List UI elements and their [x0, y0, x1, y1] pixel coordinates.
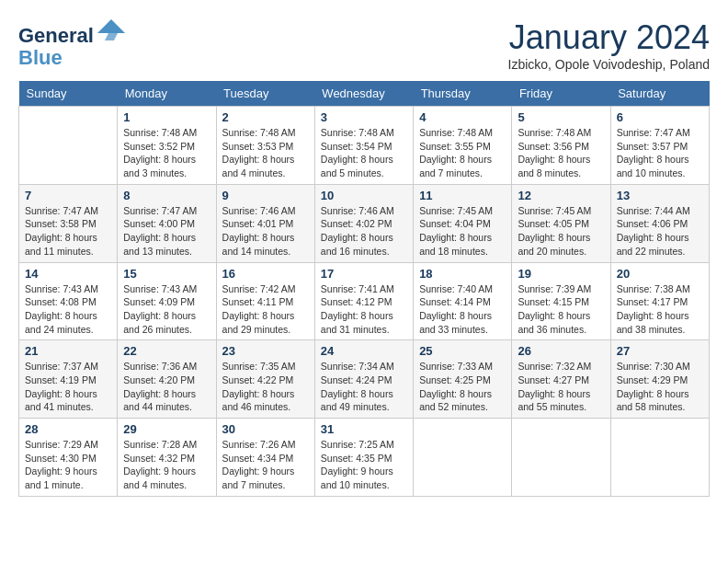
day-info: Sunrise: 7:47 AMSunset: 4:00 PMDaylight:…: [123, 204, 210, 259]
day-info: Sunrise: 7:43 AMSunset: 4:08 PMDaylight:…: [25, 282, 111, 337]
day-number: 28: [25, 422, 111, 436]
calendar-cell: 28Sunrise: 7:29 AMSunset: 4:30 PMDayligh…: [19, 419, 118, 497]
calendar-cell: 13Sunrise: 7:44 AMSunset: 4:06 PMDayligh…: [610, 184, 709, 262]
day-number: 10: [321, 189, 407, 202]
calendar-cell: 16Sunrise: 7:42 AMSunset: 4:11 PMDayligh…: [216, 262, 314, 340]
day-info: Sunrise: 7:45 AMSunset: 4:05 PMDaylight:…: [518, 204, 604, 259]
calendar-cell: [610, 419, 709, 497]
calendar-cell: 19Sunrise: 7:39 AMSunset: 4:15 PMDayligh…: [512, 262, 610, 340]
calendar-cell: 3Sunrise: 7:48 AMSunset: 3:54 PMDaylight…: [314, 107, 413, 185]
day-info: Sunrise: 7:39 AMSunset: 4:15 PMDaylight:…: [518, 282, 604, 337]
weekday-header-saturday: Saturday: [610, 81, 709, 107]
calendar-cell: 9Sunrise: 7:46 AMSunset: 4:01 PMDaylight…: [216, 184, 314, 262]
day-number: 11: [419, 189, 506, 202]
day-info: Sunrise: 7:48 AMSunset: 3:53 PMDaylight:…: [222, 126, 309, 180]
day-info: Sunrise: 7:47 AMSunset: 3:57 PMDaylight:…: [617, 126, 703, 180]
calendar-cell: 31Sunrise: 7:25 AMSunset: 4:35 PMDayligh…: [314, 419, 413, 497]
day-number: 21: [25, 344, 111, 358]
weekday-header-friday: Friday: [512, 81, 610, 107]
calendar-cell: 17Sunrise: 7:41 AMSunset: 4:12 PMDayligh…: [314, 262, 413, 340]
logo-blue: Blue: [18, 47, 125, 69]
day-info: Sunrise: 7:47 AMSunset: 3:58 PMDaylight:…: [25, 204, 111, 259]
calendar-cell: 7Sunrise: 7:47 AMSunset: 3:58 PMDaylight…: [19, 184, 118, 262]
day-info: Sunrise: 7:32 AMSunset: 4:27 PMDaylight:…: [518, 360, 604, 414]
day-info: Sunrise: 7:37 AMSunset: 4:19 PMDaylight:…: [25, 360, 111, 414]
calendar-cell: 20Sunrise: 7:38 AMSunset: 4:17 PMDayligh…: [610, 262, 709, 340]
location: Izbicko, Opole Voivodeship, Poland: [508, 57, 710, 72]
calendar-cell: 14Sunrise: 7:43 AMSunset: 4:08 PMDayligh…: [19, 262, 118, 340]
title-block: January 2024 Izbicko, Opole Voivodeship,…: [508, 18, 710, 72]
weekday-header-row: SundayMondayTuesdayWednesdayThursdayFrid…: [19, 81, 710, 107]
calendar-cell: 29Sunrise: 7:28 AMSunset: 4:32 PMDayligh…: [118, 419, 216, 497]
calendar-cell: 6Sunrise: 7:47 AMSunset: 3:57 PMDaylight…: [610, 107, 709, 185]
calendar-cell: 30Sunrise: 7:26 AMSunset: 4:34 PMDayligh…: [216, 419, 314, 497]
day-number: 27: [617, 344, 703, 358]
weekday-header-wednesday: Wednesday: [314, 81, 413, 107]
day-info: Sunrise: 7:25 AMSunset: 4:35 PMDaylight:…: [321, 438, 407, 492]
day-info: Sunrise: 7:48 AMSunset: 3:54 PMDaylight:…: [321, 126, 407, 180]
calendar-cell: 24Sunrise: 7:34 AMSunset: 4:24 PMDayligh…: [314, 340, 413, 419]
calendar-cell: 12Sunrise: 7:45 AMSunset: 4:05 PMDayligh…: [512, 184, 610, 262]
calendar-cell: [19, 107, 118, 185]
logo: General Blue: [18, 18, 125, 69]
weekday-header-sunday: Sunday: [19, 81, 118, 107]
day-info: Sunrise: 7:26 AMSunset: 4:34 PMDaylight:…: [222, 438, 309, 492]
day-number: 3: [321, 110, 407, 124]
week-row-2: 7Sunrise: 7:47 AMSunset: 3:58 PMDaylight…: [19, 184, 710, 262]
calendar-cell: [414, 419, 512, 497]
calendar-cell: 4Sunrise: 7:48 AMSunset: 3:55 PMDaylight…: [414, 107, 512, 185]
day-info: Sunrise: 7:34 AMSunset: 4:24 PMDaylight:…: [321, 360, 407, 414]
day-info: Sunrise: 7:45 AMSunset: 4:04 PMDaylight:…: [419, 204, 506, 259]
day-info: Sunrise: 7:42 AMSunset: 4:11 PMDaylight:…: [222, 282, 309, 337]
logo-text: General: [18, 18, 125, 47]
day-info: Sunrise: 7:38 AMSunset: 4:17 PMDaylight:…: [617, 282, 703, 337]
day-number: 12: [518, 189, 604, 202]
calendar-cell: 21Sunrise: 7:37 AMSunset: 4:19 PMDayligh…: [19, 340, 118, 419]
day-number: 23: [222, 344, 309, 358]
day-info: Sunrise: 7:46 AMSunset: 4:02 PMDaylight:…: [321, 204, 407, 259]
day-number: 5: [518, 110, 604, 124]
calendar-cell: 26Sunrise: 7:32 AMSunset: 4:27 PMDayligh…: [512, 340, 610, 419]
day-info: Sunrise: 7:48 AMSunset: 3:55 PMDaylight:…: [419, 126, 506, 180]
calendar-cell: 15Sunrise: 7:43 AMSunset: 4:09 PMDayligh…: [118, 262, 216, 340]
week-row-3: 14Sunrise: 7:43 AMSunset: 4:08 PMDayligh…: [19, 262, 710, 340]
calendar-cell: 18Sunrise: 7:40 AMSunset: 4:14 PMDayligh…: [414, 262, 512, 340]
day-number: 9: [222, 189, 309, 202]
day-number: 16: [222, 267, 309, 281]
day-info: Sunrise: 7:29 AMSunset: 4:30 PMDaylight:…: [25, 438, 111, 492]
day-number: 1: [123, 110, 210, 124]
day-number: 30: [222, 422, 309, 436]
day-number: 13: [617, 189, 703, 202]
calendar-cell: 11Sunrise: 7:45 AMSunset: 4:04 PMDayligh…: [414, 184, 512, 262]
day-number: 8: [123, 189, 210, 202]
calendar-cell: 8Sunrise: 7:47 AMSunset: 4:00 PMDaylight…: [118, 184, 216, 262]
calendar-cell: 10Sunrise: 7:46 AMSunset: 4:02 PMDayligh…: [314, 184, 413, 262]
logo-icon: [97, 15, 125, 42]
day-number: 26: [518, 344, 604, 358]
day-number: 29: [123, 422, 210, 436]
day-number: 19: [518, 267, 604, 281]
calendar-cell: 23Sunrise: 7:35 AMSunset: 4:22 PMDayligh…: [216, 340, 314, 419]
day-number: 18: [419, 267, 506, 281]
day-number: 14: [25, 267, 111, 281]
day-number: 24: [321, 344, 407, 358]
week-row-5: 28Sunrise: 7:29 AMSunset: 4:30 PMDayligh…: [19, 419, 710, 497]
day-number: 22: [123, 344, 210, 358]
day-number: 20: [617, 267, 703, 281]
day-number: 15: [123, 267, 210, 281]
day-info: Sunrise: 7:36 AMSunset: 4:20 PMDaylight:…: [123, 360, 210, 414]
day-info: Sunrise: 7:41 AMSunset: 4:12 PMDaylight:…: [321, 282, 407, 337]
day-info: Sunrise: 7:46 AMSunset: 4:01 PMDaylight:…: [222, 204, 309, 259]
calendar-cell: 25Sunrise: 7:33 AMSunset: 4:25 PMDayligh…: [414, 340, 512, 419]
calendar-cell: 2Sunrise: 7:48 AMSunset: 3:53 PMDaylight…: [216, 107, 314, 185]
day-info: Sunrise: 7:35 AMSunset: 4:22 PMDaylight:…: [222, 360, 309, 414]
day-info: Sunrise: 7:48 AMSunset: 3:52 PMDaylight:…: [123, 126, 210, 180]
calendar-cell: 1Sunrise: 7:48 AMSunset: 3:52 PMDaylight…: [118, 107, 216, 185]
weekday-header-monday: Monday: [118, 81, 216, 107]
weekday-header-thursday: Thursday: [414, 81, 512, 107]
month-title: January 2024: [508, 18, 710, 57]
calendar-cell: 27Sunrise: 7:30 AMSunset: 4:29 PMDayligh…: [610, 340, 709, 419]
week-row-1: 1Sunrise: 7:48 AMSunset: 3:52 PMDaylight…: [19, 107, 710, 185]
day-number: 25: [419, 344, 506, 358]
day-info: Sunrise: 7:40 AMSunset: 4:14 PMDaylight:…: [419, 282, 506, 337]
